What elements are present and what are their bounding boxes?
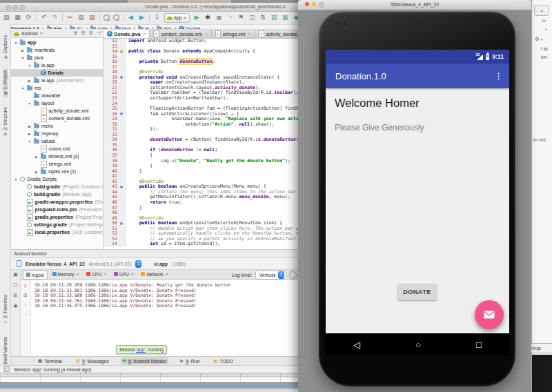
device-select[interactable]: Emulator Nexus_4_API_22 (26, 262, 85, 266)
save-all-icon[interactable]: ▦ (14, 14, 21, 21)
debug-icon[interactable]: ✱ (204, 14, 212, 21)
code-area[interactable]: 12import android.widget.Button;1314publi… (103, 39, 301, 249)
tree-item-gradle-scripts[interactable]: ▼Gradle Scripts (11, 175, 103, 183)
undo-icon[interactable]: ↶ (40, 14, 48, 21)
sidebar-item-captures[interactable]: ◉Captures (3, 33, 8, 61)
settings-icon[interactable]: ⊞ (23, 293, 28, 298)
tree-expanded-icon[interactable]: ▼ (14, 177, 18, 182)
run-icon[interactable]: ▶ (193, 14, 201, 21)
scroll-up-icon[interactable]: ↑ (24, 302, 27, 307)
tree-item-res[interactable]: ▼res (11, 84, 103, 92)
toolwindow-button-6-android-monitor[interactable]: ✚6: Android Monitor (121, 357, 169, 364)
tree-item-activity-donate-xml[interactable]: activity_donate.xml (11, 107, 103, 115)
tree-item-content-donate-xml[interactable]: content_donate.xml (11, 115, 103, 122)
log-level-select[interactable]: Verbose ▲▼ (255, 271, 286, 280)
tab-strings-xml[interactable]: strings.xml× (212, 30, 255, 38)
home-button[interactable]: ○ (415, 340, 421, 349)
project-header-icon[interactable]: ⚙ (89, 30, 93, 36)
inspect-icon[interactable]: ⚑ (237, 14, 245, 21)
profile-icon[interactable]: ◔ (226, 14, 234, 21)
tree-expanded-icon[interactable]: ▼ (21, 56, 25, 60)
tree-item-ie-app[interactable]: ▼ie.app (11, 61, 103, 69)
avd-manager-icon[interactable]: ▦ (282, 14, 289, 21)
toolwindow-button-4-run[interactable]: ▶4: Run (178, 357, 201, 364)
stop-icon[interactable]: ◼ (215, 14, 223, 21)
device-select-stepper[interactable]: ▲▼ (135, 260, 141, 268)
tree-item-drawable[interactable]: drawable (11, 92, 103, 99)
tree-item-styles-xml-2-[interactable]: ▶styles.xml (2) (11, 168, 103, 175)
monitor-tab-memory[interactable]: Memory⇥ (50, 271, 81, 278)
capture-icon[interactable]: ◫ (248, 14, 256, 21)
tree-item-mipmap[interactable]: ▶mipmap (11, 130, 103, 137)
monitor-tab-logcat[interactable]: logcat (23, 271, 48, 280)
tree-item-app[interactable]: ▼app (11, 39, 103, 46)
forward-icon[interactable]: ▶ (138, 14, 146, 21)
tree-expanded-icon[interactable]: ▼ (14, 41, 18, 45)
tree-item-gradle-wrapper-properties[interactable]: gradle-wrapper.properties (Gradle (11, 198, 103, 206)
toolwindow-toggle-icon[interactable] (4, 366, 10, 372)
tree-item-values[interactable]: ▼values (11, 137, 103, 145)
project-view-header[interactable]: Android ▼ ⊕⊞⚙⊣ (11, 29, 103, 38)
tree-expanded-icon[interactable]: ▼ (28, 101, 32, 106)
tree-collapsed-icon[interactable]: ▶ (34, 155, 39, 159)
close-icon[interactable] (6, 5, 11, 10)
tree-expanded-icon[interactable]: ▼ (28, 63, 32, 68)
close-icon[interactable]: × (144, 32, 146, 36)
toolwindow-button-todo[interactable]: ▣TODO (211, 357, 235, 364)
log-level-stepper[interactable]: ▲▼ (278, 271, 284, 279)
tree-collapsed-icon[interactable]: ▶ (28, 132, 32, 136)
zoom-icon[interactable] (19, 5, 25, 10)
close-icon[interactable]: × (205, 32, 208, 36)
tree-item-dimens-xml-2-[interactable]: ▶dimens.xml (2) (11, 153, 103, 160)
monitor-tab-cpu[interactable]: CPU⇥ (83, 271, 109, 278)
redo-icon[interactable]: ↷ (51, 14, 59, 21)
tree-item-proguard-rules-pro[interactable]: proguard-rules.pro (ProGuard Rule (11, 206, 103, 213)
tree-item-menu[interactable]: ▶menu (11, 122, 103, 130)
open-project-icon[interactable]: ▨ (3, 14, 10, 21)
tree-item-java[interactable]: ▼java (11, 54, 103, 61)
tree-expanded-icon[interactable]: ▼ (21, 86, 25, 90)
tree-item-ie-app[interactable]: ▶ie.app (androidTest) (11, 77, 103, 84)
down-arrow-icon[interactable]: ↧ (153, 14, 161, 21)
paste-icon[interactable]: ▤ (88, 14, 96, 21)
donate-button[interactable]: DONATE (397, 284, 437, 300)
toolwindow-button-terminal[interactable]: ▦Terminal (36, 357, 64, 364)
tree-item-layout[interactable]: ▼layout (11, 99, 103, 107)
cut-icon[interactable]: ✂ (66, 14, 74, 21)
monitor-tab-gpu[interactable]: GPU⇥ (111, 271, 137, 278)
tree-item-settings-gradle[interactable]: settings.gradle (Project Settings) (11, 221, 103, 228)
copy-icon[interactable]: ▥ (77, 14, 85, 21)
tree-collapsed-icon[interactable]: ▶ (28, 124, 32, 128)
tree-collapsed-icon[interactable]: ▶ (28, 79, 32, 83)
tree-expanded-icon[interactable]: ▼ (28, 139, 32, 144)
tree-item-build-gradle[interactable]: build.gradle (Module: app) (11, 190, 103, 198)
project-header-icon[interactable]: ⊣ (97, 30, 101, 36)
recents-button[interactable]: □ (476, 340, 482, 349)
android-monitor-header[interactable]: Android Monitor (11, 250, 301, 258)
monitor-action-icon[interactable]: ◉ (13, 303, 17, 308)
tree-item-gradle-properties[interactable]: gradle.properties (Project Propertie (11, 213, 103, 221)
clear-logcat-icon[interactable]: ▯ (24, 283, 27, 288)
tree-item-strings-xml[interactable]: strings.xml (11, 160, 103, 168)
monitor-action-icon[interactable]: ⊞ (14, 293, 18, 298)
back-icon[interactable]: ◀ (127, 14, 135, 21)
tooltip-link[interactable]: 'app' (136, 347, 145, 352)
tree-item-local-properties[interactable]: local.properties (SDK Location) (11, 228, 103, 236)
ide-titlebar[interactable]: Donate.java - Donation.1.0 - [~/env/appd… (0, 3, 301, 12)
sidebar-item-1-project[interactable]: ▣1: Project (3, 68, 8, 97)
monitor-action-icon[interactable]: ▣ (13, 272, 18, 277)
tree-item-build-gradle[interactable]: build.gradle (Project: Donation.1.0) (11, 183, 103, 190)
tab-content-donate-xml[interactable]: content_donate.xml× (150, 30, 211, 38)
overflow-menu-icon[interactable]: ⋮ (495, 72, 502, 81)
sidebar-item-2-favorites[interactable]: ★2: Favorites (3, 293, 8, 326)
monitor-action-icon[interactable]: ▢ (13, 282, 18, 288)
project-view-selector[interactable]: Android (21, 31, 37, 36)
monitor-tab-network[interactable]: Network⇥ (138, 271, 170, 278)
email-fab-button[interactable] (475, 300, 504, 329)
sidebar-item-2-structure[interactable]: ✻2: Structure (3, 105, 8, 139)
tree-collapsed-icon[interactable]: ▶ (21, 48, 25, 52)
run-config-chip[interactable]: app▼ (164, 13, 190, 23)
replace-icon[interactable] (113, 14, 119, 21)
project-header-icon[interactable]: ⊕ (74, 30, 78, 36)
project-header-icon[interactable]: ⊞ (81, 30, 86, 36)
